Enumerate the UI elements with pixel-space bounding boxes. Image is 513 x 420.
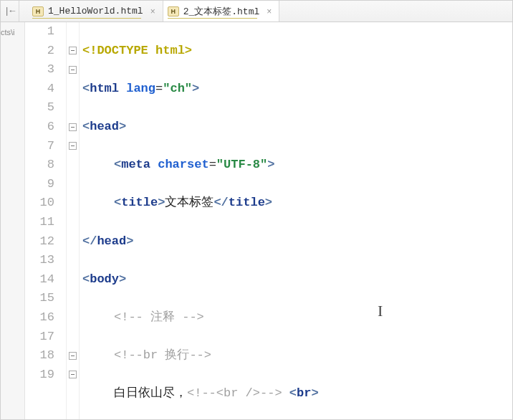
dirty-indicator bbox=[32, 18, 141, 19]
fold-gutter bbox=[67, 22, 80, 419]
tab-bar: |← H 1_HelloWorld.html × H 2_文本标签.html × bbox=[1, 1, 512, 22]
line-number: 16 bbox=[25, 308, 54, 328]
close-icon[interactable]: × bbox=[264, 6, 272, 16]
line-number: 8 bbox=[25, 156, 54, 175]
line-number: 2 bbox=[25, 42, 54, 61]
project-panel-collapsed[interactable]: cts\i bbox=[1, 22, 25, 419]
line-number: 4 bbox=[25, 80, 54, 99]
fold-toggle-icon[interactable] bbox=[69, 142, 77, 150]
tab-label: 1_HelloWorld.html bbox=[48, 6, 143, 16]
line-number: 1 bbox=[25, 22, 54, 42]
line-number-gutter: 1 2 3 4 5 6 7 8 9 10 11 12 13 14 15 16 1… bbox=[25, 22, 67, 419]
line-number: 5 bbox=[25, 98, 54, 118]
spacer bbox=[19, 1, 28, 22]
line-number: 10 bbox=[25, 194, 54, 213]
line-number: 3 bbox=[25, 60, 54, 80]
line-number: 15 bbox=[25, 289, 54, 308]
truncated-path-label: cts\i bbox=[1, 28, 15, 37]
fold-toggle-icon[interactable] bbox=[69, 123, 77, 131]
line-number: 14 bbox=[25, 270, 54, 290]
dirty-indicator bbox=[168, 18, 258, 19]
tab-text-tags[interactable]: H 2_文本标签.html × bbox=[163, 1, 280, 22]
tab-hello-world[interactable]: H 1_HelloWorld.html × bbox=[28, 1, 163, 22]
line-number: 11 bbox=[25, 213, 54, 232]
close-icon[interactable]: × bbox=[148, 6, 155, 16]
line-number: 17 bbox=[25, 328, 54, 347]
line-number: 13 bbox=[25, 251, 54, 270]
tab-label: 2_文本标签.html bbox=[183, 5, 260, 18]
line-number: 7 bbox=[25, 137, 54, 156]
fold-toggle-icon[interactable] bbox=[69, 66, 77, 74]
line-number: 12 bbox=[25, 232, 54, 252]
line-number: 6 bbox=[25, 118, 54, 137]
fold-toggle-icon[interactable] bbox=[69, 371, 77, 378]
html-file-icon: H bbox=[32, 6, 44, 16]
back-button[interactable]: |← bbox=[1, 1, 19, 22]
line-number: 19 bbox=[25, 366, 54, 385]
code-text-area[interactable]: <!DOCTYPE html> <html lang="ch"> <head> … bbox=[80, 22, 512, 419]
editor-area: cts\i 1 2 3 4 5 6 7 8 9 10 11 12 13 14 1… bbox=[1, 22, 512, 419]
line-number: 18 bbox=[25, 346, 54, 366]
html-file-icon: H bbox=[168, 6, 179, 16]
code-editor[interactable]: 1 2 3 4 5 6 7 8 9 10 11 12 13 14 15 16 1… bbox=[25, 22, 512, 419]
fold-toggle-icon[interactable] bbox=[69, 352, 77, 360]
ide-window: |← H 1_HelloWorld.html × H 2_文本标签.html ×… bbox=[0, 0, 513, 420]
line-number: 9 bbox=[25, 175, 54, 194]
fold-toggle-icon[interactable] bbox=[69, 47, 77, 54]
